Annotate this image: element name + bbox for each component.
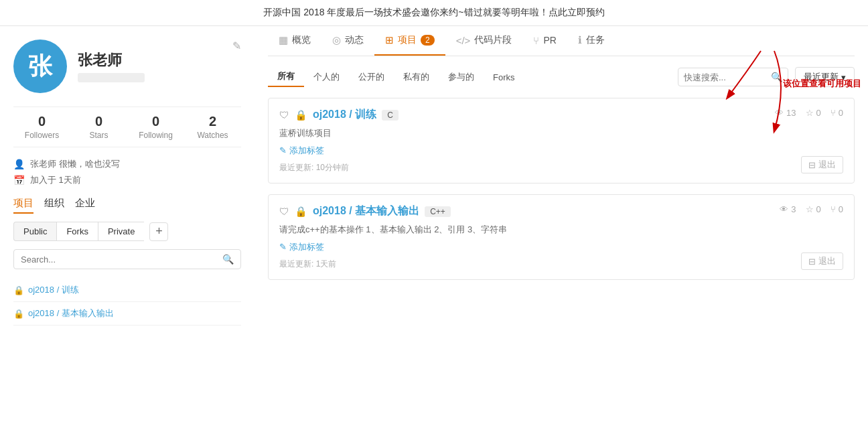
card-actions-2: 👁 3 ☆ 0 ⑂ 0: [780, 204, 843, 214]
stat-watches[interactable]: 2 Watches: [184, 114, 241, 140]
filter-all[interactable]: 所有: [268, 67, 304, 87]
join-row: 📅 加入于 1天前: [13, 174, 241, 186]
stats-row: 0 Followers 0 Stars 0 Following 2 Watche…: [13, 106, 241, 147]
activity-icon: ◎: [332, 34, 341, 46]
project-desc-2: 请完成c++的基本操作 1、基本输入输出 2、引用 3、字符串: [279, 224, 843, 236]
project-desc-1: 蓝桥训练项目: [279, 127, 843, 139]
filter-public[interactable]: 公开的: [349, 68, 394, 86]
quick-search-box: 🔍: [678, 68, 788, 86]
repo-name: oj2018 / 基本输入输出: [28, 307, 114, 319]
tab-snippets-label: 代码片段: [474, 34, 512, 46]
tag-label-1: 添加标签: [289, 145, 324, 155]
top-banner: 开源中国 2018 年度最后一场技术盛会邀你来约~错过就要等明年啦！点此立即预约: [0, 0, 868, 26]
watches-label: Watches: [184, 131, 241, 140]
views-count-2: 3: [791, 204, 796, 214]
sort-button[interactable]: 最近更新 ▾: [795, 67, 855, 87]
stat-stars[interactable]: 0 Stars: [70, 114, 127, 140]
lang-badge-2: C++: [425, 206, 451, 217]
fork-icon: ⑂: [830, 108, 836, 118]
banner-text: 开源中国 2018 年度最后一场技术盛会邀你来约~错过就要等明年啦！点此立即预约: [263, 7, 604, 17]
tab-pr-label: PR: [543, 35, 556, 46]
repo-filter-tabs: Public Forks Private +: [13, 222, 241, 241]
project-title-1[interactable]: oj2018 / 训练: [313, 108, 376, 122]
lock-icon: 🔒: [13, 309, 24, 319]
shield-icon-2: 🛡: [279, 206, 289, 217]
card-actions-1: 👁 13 ☆ 0 ⑂ 0: [775, 108, 843, 118]
lock-icon: 🔒: [13, 285, 24, 295]
sidebar-search-box: 🔍: [13, 249, 241, 269]
quit-icon-2: ⊟: [808, 257, 816, 267]
search-icon: 🔍: [222, 254, 234, 265]
card-tag-1[interactable]: ✎ 添加标签: [279, 145, 843, 157]
sidebar-tabs: 项目 组织 企业: [13, 197, 241, 214]
filter-participated[interactable]: 参与的: [439, 68, 484, 86]
fork-icon-2: ⑂: [830, 204, 836, 214]
filter-forks[interactable]: Forks: [56, 222, 98, 241]
person-icon: 👤: [13, 159, 25, 169]
snippets-icon: </>: [456, 35, 471, 46]
tab-overview-label: 概览: [292, 34, 311, 46]
profile-section: 张 张老师 ✎: [13, 40, 241, 93]
filter-private[interactable]: Private: [98, 222, 144, 241]
tab-pr[interactable]: ⑂ PR: [522, 27, 567, 56]
sidebar-tab-enterprise[interactable]: 企业: [75, 197, 95, 214]
eye-icon: 👁: [775, 108, 784, 118]
calendar-icon: 📅: [13, 175, 25, 186]
lang-badge-1: C: [382, 110, 399, 121]
sidebar-search-input[interactable]: [21, 255, 222, 265]
add-filter-button[interactable]: +: [149, 222, 168, 241]
quick-search-icon: 🔍: [771, 72, 782, 82]
filter-public[interactable]: Public: [13, 222, 56, 241]
pr-icon: ⑂: [533, 35, 539, 46]
bio-section: 👤 张老师 很懒，啥也没写 📅 加入于 1天前: [13, 158, 241, 186]
tab-activity-label: 动态: [345, 34, 364, 46]
main-content: ▦ 概览 ◎ 动态 ⊞ 项目 2 </> 代码片段 ⑂ PR ℹ 任: [255, 26, 868, 339]
tab-tasks-label: 任务: [586, 34, 605, 46]
content-area: 👁 13 ☆ 0 ⑂ 0 🛡 🔒: [268, 98, 855, 280]
quit-button-2[interactable]: ⊟ 退出: [801, 252, 843, 270]
views-count-1: 13: [786, 108, 796, 118]
tag-label-2: 添加标签: [289, 242, 324, 252]
forks-count-1: 0: [839, 108, 843, 118]
views-stat-1: 👁 13: [775, 108, 796, 118]
sidebar-repo-list: 🔒 oj2018 / 训练 🔒 oj2018 / 基本输入输出: [13, 279, 241, 325]
quit-button-1[interactable]: ⊟ 退出: [801, 156, 843, 173]
tasks-icon: ℹ: [578, 34, 582, 46]
quit-label-1: 退出: [818, 159, 836, 171]
filter-bar: 所有 个人的 公开的 私有的 参与的 Forks 🔍 最近更新 ▾: [268, 67, 855, 87]
tab-overview[interactable]: ▦ 概览: [268, 26, 321, 56]
overview-icon: ▦: [279, 34, 288, 46]
quick-search-input[interactable]: [684, 72, 771, 82]
filter-private[interactable]: 私有的: [394, 68, 439, 86]
project-card-2: 👁 3 ☆ 0 ⑂ 0 🛡 🔒: [268, 194, 855, 280]
filter-personal[interactable]: 个人的: [304, 68, 349, 86]
following-count: 0: [127, 114, 184, 129]
edit-icon[interactable]: ✎: [232, 40, 241, 52]
stat-followers[interactable]: 0 Followers: [13, 114, 70, 140]
following-label: Following: [127, 131, 184, 140]
lock-icon-2: 🔒: [295, 206, 307, 218]
tab-activity[interactable]: ◎ 动态: [321, 26, 374, 56]
list-item[interactable]: 🔒 oj2018 / 基本输入输出: [13, 302, 241, 325]
filter-forks[interactable]: Forks: [484, 69, 524, 86]
sidebar-tab-orgs[interactable]: 组织: [44, 197, 64, 214]
shield-icon-1: 🛡: [279, 109, 289, 121]
views-stat-2: 👁 3: [780, 204, 796, 214]
tab-snippets[interactable]: </> 代码片段: [445, 26, 523, 56]
followers-label: Followers: [13, 131, 70, 140]
project-title-2[interactable]: oj2018 / 基本输入输出: [313, 204, 419, 218]
card-tag-2[interactable]: ✎ 添加标签: [279, 241, 843, 253]
stat-following[interactable]: 0 Following: [127, 114, 184, 140]
tab-projects[interactable]: ⊞ 项目 2: [374, 26, 445, 56]
sort-label: 最近更新: [804, 71, 839, 83]
list-item[interactable]: 🔒 oj2018 / 训练: [13, 279, 241, 302]
sidebar-tab-projects[interactable]: 项目: [13, 197, 33, 214]
tag-icon-2: ✎: [279, 242, 287, 252]
nav-tabs: ▦ 概览 ◎ 动态 ⊞ 项目 2 </> 代码片段 ⑂ PR ℹ 任: [268, 26, 855, 56]
profile-info: 张老师: [78, 50, 145, 82]
stars-stat-2: ☆ 0: [806, 204, 821, 214]
tab-projects-label: 项目: [398, 34, 417, 46]
stars-count-2: 0: [816, 204, 821, 214]
tab-tasks[interactable]: ℹ 任务: [567, 26, 616, 56]
repo-name: oj2018 / 训练: [28, 284, 79, 296]
